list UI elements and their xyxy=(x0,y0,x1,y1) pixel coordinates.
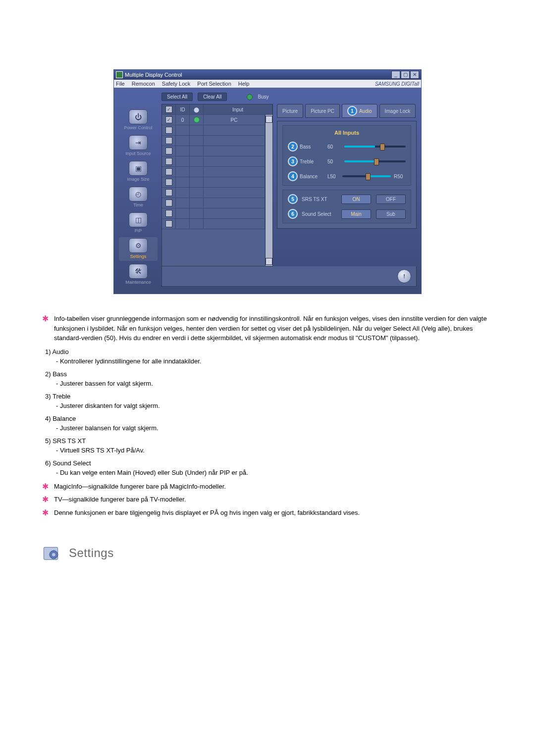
table-row[interactable] xyxy=(162,146,265,156)
sidebar-item-label: Settings xyxy=(130,254,147,259)
row-id xyxy=(176,146,190,156)
table-row[interactable] xyxy=(162,156,265,167)
intro-text: Info-tabellen viser grunnleggende inform… xyxy=(54,314,493,343)
star-icon: ✱ xyxy=(42,495,50,505)
sidebar-item-power-control[interactable]: ⏻ Power Control xyxy=(119,108,158,132)
list-item: 2) Bass- Justerer bassen for valgt skjer… xyxy=(45,369,493,389)
scroll-up-icon[interactable]: ▲ xyxy=(266,116,272,123)
menu-remocon[interactable]: Remocon xyxy=(132,81,155,87)
list-item-desc: - Justerer balansen for valgt skjerm. xyxy=(56,423,493,433)
sidebar-item-label: Power Control xyxy=(124,125,152,130)
row-id xyxy=(176,167,190,177)
balance-label: Balance xyxy=(300,174,324,179)
table-row[interactable] xyxy=(162,136,265,146)
check-all[interactable] xyxy=(165,106,172,113)
list-item-desc: - Justerer diskanten for valgt skjerm. xyxy=(56,401,493,411)
row-input xyxy=(204,198,265,208)
maximize-button[interactable]: ▢ xyxy=(401,71,410,79)
scroll-down-icon[interactable]: ▼ xyxy=(266,258,272,265)
callout-3-icon: 3 xyxy=(288,156,298,166)
callout-6-icon: 6 xyxy=(288,209,298,219)
menu-safety-lock[interactable]: Safety Lock xyxy=(162,81,190,87)
brand-label: SAMSUNG DIGITall xyxy=(375,81,419,87)
menu-port-selection[interactable]: Port Selection xyxy=(197,81,231,87)
table-row[interactable] xyxy=(162,167,265,177)
row-checkbox[interactable] xyxy=(165,168,172,175)
row-input xyxy=(204,167,265,177)
all-inputs-title: All Inputs xyxy=(288,130,406,136)
select-all-button[interactable]: Select All xyxy=(161,93,193,101)
row-checkbox[interactable] xyxy=(165,116,172,123)
status-bar: ! xyxy=(161,266,417,287)
list-item: 5) SRS TS XT- Virtuell SRS TS XT-lyd På/… xyxy=(45,436,493,455)
row-checkbox[interactable] xyxy=(165,179,172,186)
menu-help[interactable]: Help xyxy=(238,81,250,87)
row-checkbox[interactable] xyxy=(165,220,172,227)
app-window: Multiple Display Control _ ▢ ✕ File Remo… xyxy=(113,69,422,294)
treble-value: 50 xyxy=(327,159,341,164)
list-item-desc: - Du kan velge enten Main (Hoved) eller … xyxy=(56,468,493,478)
busy-label: Busy xyxy=(258,94,268,100)
tab-picture-pc[interactable]: Picture PC xyxy=(305,104,340,118)
sidebar-item-image-size[interactable]: ▣ Image Size xyxy=(119,160,158,184)
row-checkbox[interactable] xyxy=(165,210,172,217)
row-input: PC xyxy=(204,115,265,125)
info-icon[interactable]: ! xyxy=(397,269,411,283)
table-row[interactable] xyxy=(162,177,265,188)
srs-off-button[interactable]: OFF xyxy=(376,195,406,204)
menubar: File Remocon Safety Lock Port Selection … xyxy=(114,80,421,88)
footnote-text: Denne funksjonen er bare tilgjengelig hv… xyxy=(54,508,360,518)
table-row[interactable] xyxy=(162,208,265,219)
sidebar-item-pip[interactable]: ◫ PIP xyxy=(119,211,158,235)
balance-slider[interactable] xyxy=(342,175,391,177)
table-row[interactable] xyxy=(162,198,265,208)
sidebar-item-settings[interactable]: ⚙ Settings xyxy=(119,237,158,261)
scrollbar[interactable]: ▲ ▼ xyxy=(265,115,272,266)
clear-all-button[interactable]: Clear All xyxy=(198,93,227,101)
srs-on-button[interactable]: ON xyxy=(341,195,371,204)
row-input xyxy=(204,177,265,188)
sidebar-item-time[interactable]: ◴ Time xyxy=(119,186,158,209)
row-input xyxy=(204,146,265,156)
col-status: ⬤ xyxy=(190,104,204,115)
bass-slider[interactable] xyxy=(344,146,406,148)
tab-image-lock[interactable]: Image Lock xyxy=(379,104,416,118)
clock-icon: ◴ xyxy=(129,187,148,202)
table-row[interactable]: 0PC xyxy=(162,115,265,125)
table-row[interactable] xyxy=(162,219,265,229)
close-button[interactable]: ✕ xyxy=(410,71,419,79)
sidebar-item-maintenance[interactable]: 🛠 Maintenance xyxy=(119,263,158,287)
row-checkbox[interactable] xyxy=(165,137,172,144)
callout-2-icon: 2 xyxy=(288,142,298,151)
tab-audio-label: Audio xyxy=(359,108,372,114)
row-checkbox[interactable] xyxy=(165,127,172,134)
settings-title: Settings xyxy=(69,546,114,560)
menu-file[interactable]: File xyxy=(116,81,125,87)
list-item-desc: - Kontrollerer lydinnstillingene for all… xyxy=(56,356,493,366)
footnote: ✱MagicInfo—signalkilde fungerer bare på … xyxy=(42,482,493,492)
settings-section-icon xyxy=(42,543,62,563)
tab-audio[interactable]: 1 Audio xyxy=(342,104,377,118)
sound-sub-button[interactable]: Sub xyxy=(376,209,406,219)
bass-value: 60 xyxy=(327,144,341,150)
table-row[interactable] xyxy=(162,125,265,136)
window-title: Multiple Display Control xyxy=(125,72,182,78)
list-item-title: 4) Balance xyxy=(45,414,493,424)
list-item-title: 1) Audio xyxy=(45,347,493,357)
row-id xyxy=(176,188,190,198)
tab-picture[interactable]: Picture xyxy=(277,104,303,118)
list-item-title: 6) Sound Select xyxy=(45,458,493,468)
row-checkbox[interactable] xyxy=(165,200,172,206)
minimize-button[interactable]: _ xyxy=(391,71,400,79)
titlebar: Multiple Display Control _ ▢ ✕ xyxy=(114,70,421,80)
table-row[interactable] xyxy=(162,188,265,198)
treble-slider[interactable] xyxy=(344,160,406,162)
sound-select-label: Sound Select xyxy=(302,211,336,217)
row-checkbox[interactable] xyxy=(165,189,172,196)
sound-main-button[interactable]: Main xyxy=(341,209,371,219)
pip-icon: ◫ xyxy=(129,212,148,227)
row-checkbox[interactable] xyxy=(165,158,172,165)
sidebar-item-input-source[interactable]: ⇥ Input Source xyxy=(119,134,158,158)
row-checkbox[interactable] xyxy=(165,148,172,154)
list-item: 4) Balance- Justerer balansen for valgt … xyxy=(45,414,493,433)
